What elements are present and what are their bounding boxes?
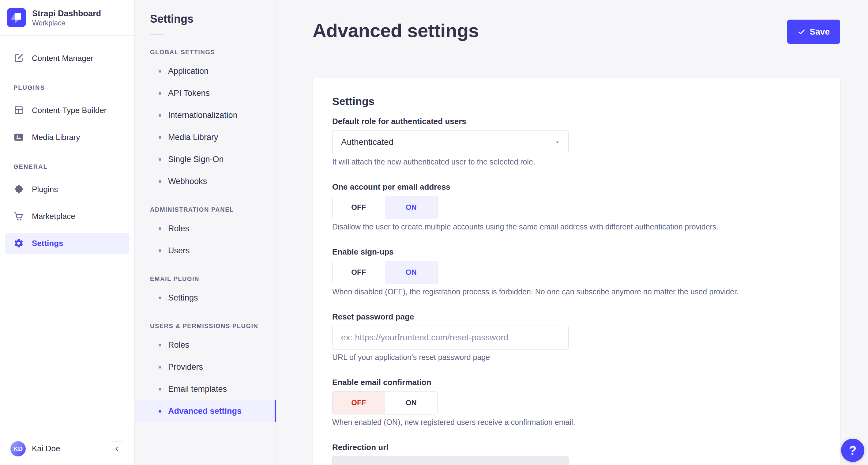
sidebar-item-plugins[interactable]: Plugins — [0, 176, 134, 203]
field-hint: URL of your application's reset password… — [332, 353, 820, 362]
subnav-item-label: Internationalization — [168, 111, 238, 120]
subnav-item-api-tokens[interactable]: API Tokens — [135, 82, 276, 104]
subnav-item-media-library[interactable]: Media Library — [135, 126, 276, 148]
bullet-icon — [159, 249, 161, 252]
save-button[interactable]: Save — [787, 20, 840, 44]
bullet-icon — [159, 92, 161, 95]
subnav-item-email-settings[interactable]: Settings — [135, 287, 276, 309]
subnav-item-admin-users[interactable]: Users — [135, 239, 276, 262]
picture-icon — [13, 132, 24, 142]
sidebar-section-general: GENERAL — [0, 163, 134, 170]
subnav-item-label: Roles — [168, 340, 189, 350]
strapi-admin-app: Strapi Dashboard Workplace Content Manag… — [0, 0, 868, 465]
subnav-item-advanced-settings[interactable]: Advanced settings — [135, 400, 276, 422]
bullet-icon — [159, 227, 161, 230]
sidebar-item-label: Content Manager — [32, 54, 93, 63]
sidebar-item-label: Marketplace — [32, 212, 75, 221]
subnav-item-label: Single Sign-On — [168, 155, 224, 164]
bullet-icon — [159, 136, 161, 139]
app-title: Strapi Dashboard — [32, 8, 101, 19]
reset-password-input[interactable] — [332, 326, 568, 350]
field-hint: Disallow the user to create multiple acc… — [332, 222, 820, 231]
subnav-item-label: Application — [168, 66, 209, 76]
default-role-select[interactable]: Authenticated — [332, 130, 568, 154]
sign-ups-toggle-on[interactable]: ON — [385, 261, 437, 284]
chevron-left-icon — [114, 445, 120, 452]
subnav-item-single-sign-on[interactable]: Single Sign-On — [135, 148, 276, 170]
workspace-name: Workplace — [32, 19, 101, 27]
sign-ups-toggle: OFF ON — [332, 261, 437, 284]
sidebar-item-marketplace[interactable]: Marketplace — [0, 203, 134, 230]
brand-text: Strapi Dashboard Workplace — [32, 8, 101, 27]
avatar: KD — [10, 441, 26, 457]
subnav-item-application[interactable]: Application — [135, 60, 276, 82]
subnav-item-label: Providers — [168, 362, 203, 372]
bullet-icon — [159, 344, 161, 346]
email-confirmation-toggle-off[interactable]: OFF — [333, 391, 385, 414]
subnav-item-up-roles[interactable]: Roles — [135, 334, 276, 356]
sidebar-item-label: Content-Type Builder — [32, 106, 106, 115]
help-button[interactable]: ? — [841, 439, 864, 462]
caret-down-icon — [555, 139, 560, 145]
settings-card: Settings Default role for authenticated … — [313, 78, 840, 465]
bullet-icon — [159, 366, 161, 369]
sidebar-item-settings[interactable]: Settings — [5, 233, 129, 254]
user-menu[interactable]: KD Kai Doe — [10, 441, 104, 457]
field-label: Default role for authenticated users — [332, 116, 820, 126]
field-hint: When disabled (OFF), the registration pr… — [332, 287, 820, 296]
one-account-toggle-off[interactable]: OFF — [333, 196, 385, 219]
field-one-account: One account per email address OFF ON Dis… — [332, 182, 820, 231]
user-name: Kai Doe — [32, 444, 60, 453]
subnav-item-label: Settings — [168, 293, 198, 303]
pen-icon — [13, 53, 24, 63]
subnav-item-email-templates[interactable]: Email templates — [135, 378, 276, 400]
sign-ups-toggle-off[interactable]: OFF — [333, 261, 385, 284]
field-default-role: Default role for authenticated users Aut… — [332, 116, 820, 166]
bullet-icon — [159, 180, 161, 183]
subnav-section-global-settings: GLOBAL SETTINGS — [135, 49, 276, 56]
one-account-toggle-on[interactable]: ON — [385, 196, 437, 219]
sidebar-item-label: Media Library — [32, 133, 80, 142]
sidebar-item-content-type-builder[interactable]: Content-Type Builder — [0, 97, 134, 124]
bullet-icon — [159, 388, 161, 390]
page-title: Advanced settings — [313, 19, 479, 42]
sidebar-item-label: Plugins — [32, 185, 58, 194]
select-value: Authenticated — [341, 137, 394, 147]
subnav-item-label: API Tokens — [168, 89, 210, 98]
strapi-logo-icon — [7, 8, 26, 27]
bullet-icon — [159, 296, 161, 299]
redirection-url-input — [332, 456, 568, 465]
subnav-section-users-permissions-plugin: USERS & PERMISSIONS PLUGIN — [135, 322, 276, 329]
sidebar-section-plugins: PLUGINS — [0, 84, 134, 91]
workspace-switcher[interactable]: Strapi Dashboard Workplace — [0, 0, 134, 35]
layout-icon — [13, 105, 24, 115]
field-label: Enable sign-ups — [332, 246, 820, 257]
bullet-icon — [159, 114, 161, 117]
field-hint: It will attach the new authenticated use… — [332, 157, 820, 166]
email-confirmation-toggle-on[interactable]: ON — [385, 391, 437, 414]
subnav-item-webhooks[interactable]: Webhooks — [135, 170, 276, 192]
collapse-sidebar-button[interactable] — [110, 441, 124, 456]
subnav-title: Settings — [135, 12, 276, 26]
subnav-item-internationalization[interactable]: Internationalization — [135, 104, 276, 126]
field-sign-ups: Enable sign-ups OFF ON When disabled (OF… — [332, 246, 820, 296]
subnav-item-label: Advanced settings — [168, 406, 242, 416]
bullet-icon — [159, 158, 161, 161]
sidebar-item-content-manager[interactable]: Content Manager — [0, 45, 134, 72]
subnav-item-providers[interactable]: Providers — [135, 356, 276, 378]
main-sidebar: Strapi Dashboard Workplace Content Manag… — [0, 0, 135, 465]
email-confirmation-toggle: OFF ON — [332, 391, 437, 414]
field-redirection-url: Redirection url — [332, 442, 820, 465]
field-reset-password: Reset password page URL of your applicat… — [332, 312, 820, 362]
cart-icon — [13, 211, 24, 222]
field-label: Redirection url — [332, 442, 820, 453]
field-hint: When enabled (ON), new registered users … — [332, 417, 820, 427]
subnav-divider — [150, 34, 163, 35]
sidebar-footer: KD Kai Doe — [0, 432, 134, 465]
subnav-item-admin-roles[interactable]: Roles — [135, 217, 276, 239]
subnav-section-administration-panel: ADMINISTRATION PANEL — [135, 206, 276, 213]
gear-icon — [13, 238, 24, 249]
sidebar-item-media-library[interactable]: Media Library — [0, 124, 134, 151]
sidebar-item-label: Settings — [32, 239, 63, 248]
sidebar-menu: Content Manager PLUGINS Content-Type Bui… — [0, 35, 134, 432]
